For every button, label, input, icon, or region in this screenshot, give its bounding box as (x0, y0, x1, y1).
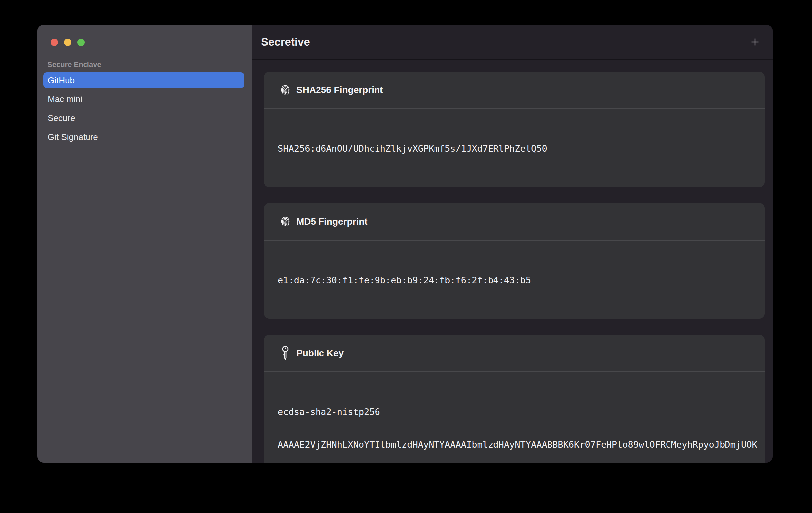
add-secret-button[interactable] (749, 36, 761, 48)
sidebar-key-list: GitHub Mac mini Secure Git Signature (44, 72, 244, 145)
window-controls (51, 39, 85, 46)
page-title: Secretive (261, 36, 310, 48)
public-key-value: ecdsa-sha2-nistp256 AAAAE2VjZHNhLXNoYTIt… (264, 372, 764, 463)
secretive-app-window: Secure Enclave GitHub Mac mini Secure Gi… (37, 25, 773, 463)
value-line: SHA256:d6AnOU/UDhcihZlkjvXGPKmf5s/1JXd7E… (278, 143, 757, 154)
desktop-background: Secure Enclave GitHub Mac mini Secure Gi… (0, 0, 812, 513)
minimize-window-button[interactable] (64, 39, 71, 46)
card-header: SHA256 Fingerprint (264, 72, 764, 109)
card-public-key: Public Key ecdsa-sha2-nistp256 AAAAE2VjZ… (264, 335, 764, 463)
close-window-button[interactable] (51, 39, 58, 46)
sidebar-item-label: Secure (48, 113, 75, 123)
card-title: SHA256 Fingerprint (296, 85, 383, 95)
value-line: ecdsa-sha2-nistp256 (278, 406, 757, 417)
sidebar: Secure Enclave GitHub Mac mini Secure Gi… (37, 25, 252, 463)
sha256-fingerprint-value: SHA256:d6AnOU/UDhcihZlkjvXGPKmf5s/1JXd7E… (264, 109, 764, 187)
card-header: MD5 Fingerprint (264, 203, 764, 240)
fingerprint-icon (279, 82, 292, 98)
card-sha256-fingerprint: SHA256 Fingerprint SHA256:d6AnOU/UDhcihZ… (264, 72, 764, 187)
detail-cards: SHA256 Fingerprint SHA256:d6AnOU/UDhcihZ… (252, 60, 773, 463)
plus-icon (750, 37, 760, 47)
zoom-window-button[interactable] (77, 39, 85, 46)
value-line: e1:da:7c:30:f1:fe:9b:eb:b9:24:fb:f6:2f:b… (278, 275, 757, 286)
card-header: Public Key (264, 335, 764, 372)
key-icon (279, 345, 292, 361)
sidebar-item-label: Mac mini (48, 94, 82, 105)
title-bar: Secretive (252, 25, 773, 60)
md5-fingerprint-value: e1:da:7c:30:f1:fe:9b:eb:b9:24:fb:f6:2f:b… (264, 240, 764, 319)
sidebar-item-label: Git Signature (48, 132, 98, 142)
sidebar-item-mac-mini[interactable]: Mac mini (44, 91, 244, 107)
card-title: Public Key (296, 348, 344, 359)
card-title: MD5 Fingerprint (296, 217, 368, 227)
sidebar-item-secure[interactable]: Secure (44, 110, 244, 126)
card-md5-fingerprint: MD5 Fingerprint e1:da:7c:30:f1:fe:9b:eb:… (264, 203, 764, 319)
sidebar-section-label: Secure Enclave (48, 60, 252, 69)
sidebar-item-git-signature[interactable]: Git Signature (44, 129, 244, 145)
sidebar-item-label: GitHub (48, 75, 75, 86)
fingerprint-icon (279, 214, 292, 230)
main-content: Secretive (252, 25, 773, 463)
value-line: AAAAE2VjZHNhLXNoYTItbmlzdHAyNTYAAAAIbmlz… (278, 439, 757, 450)
sidebar-item-github[interactable]: GitHub (44, 72, 244, 88)
